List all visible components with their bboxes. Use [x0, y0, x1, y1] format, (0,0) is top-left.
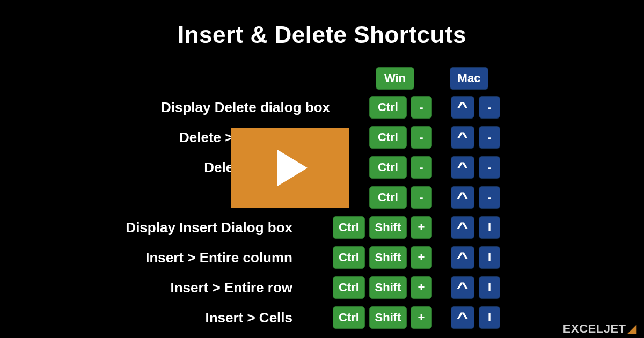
key-mac-control: ^ — [451, 216, 474, 239]
key-mac-control: ^ — [451, 126, 474, 149]
key-mac-control: ^ — [451, 156, 474, 179]
key-mac-control: ^ — [451, 96, 474, 119]
key-ctrl: Ctrl — [369, 186, 407, 209]
key-mac-control: ^ — [451, 186, 474, 209]
key-ctrl: Ctrl — [333, 246, 365, 269]
key-minus: - — [411, 96, 432, 119]
key-i: I — [479, 216, 500, 239]
shortcut-label: Insert > Entire column — [13, 249, 292, 266]
key-i: I — [479, 306, 500, 329]
table-row: Insert > Cells Ctrl Shift + ^ I — [0, 303, 644, 333]
play-icon — [277, 150, 308, 186]
key-minus: - — [411, 126, 432, 149]
table-row: Insert > Entire row Ctrl Shift + ^ I — [0, 273, 644, 303]
platform-header-mac: Mac — [450, 67, 488, 90]
key-i: I — [479, 276, 500, 299]
key-minus: - — [479, 126, 500, 149]
key-ctrl: Ctrl — [333, 216, 365, 239]
key-ctrl: Ctrl — [333, 276, 365, 299]
key-minus: - — [479, 96, 500, 119]
key-shift: Shift — [369, 246, 407, 269]
key-shift: Shift — [369, 276, 407, 299]
key-minus: - — [479, 186, 500, 209]
watermark-text: EXCELJET — [563, 322, 626, 335]
key-mac-control: ^ — [451, 246, 474, 269]
play-button[interactable] — [231, 128, 349, 208]
key-plus: + — [411, 216, 432, 239]
key-ctrl: Ctrl — [369, 156, 407, 179]
table-row: Display Delete dialog box Ctrl - ^ - — [0, 92, 644, 122]
key-minus: - — [411, 156, 432, 179]
slide-stage: Insert & Delete Shortcuts Win Mac Displa… — [0, 0, 644, 338]
watermark-accent-icon: ◢ — [627, 322, 637, 335]
shortcut-label: Display Delete dialog box — [51, 99, 330, 116]
key-ctrl: Ctrl — [333, 306, 365, 329]
table-row: Display Insert Dialog box Ctrl Shift + ^… — [0, 212, 644, 243]
key-shift: Shift — [369, 216, 407, 239]
shortcut-label: Insert > Cells — [13, 310, 292, 326]
table-row: Insert > Entire column Ctrl Shift + ^ I — [0, 243, 644, 273]
key-i: I — [479, 246, 500, 269]
shortcut-label: Display Insert Dialog box — [13, 219, 292, 236]
page-title: Insert & Delete Shortcuts — [0, 21, 644, 48]
key-shift: Shift — [369, 306, 407, 329]
key-minus: - — [479, 156, 500, 179]
key-plus: + — [411, 246, 432, 269]
key-mac-control: ^ — [451, 276, 474, 299]
key-plus: + — [411, 306, 432, 329]
key-plus: + — [411, 276, 432, 299]
key-mac-control: ^ — [451, 306, 474, 329]
key-ctrl: Ctrl — [369, 126, 407, 149]
key-ctrl: Ctrl — [369, 96, 407, 119]
platform-headers: Win Mac — [0, 64, 644, 92]
key-minus: - — [411, 186, 432, 209]
platform-header-win: Win — [376, 67, 414, 90]
shortcut-label: Insert > Entire row — [13, 280, 292, 296]
watermark-logo: EXCELJET◢ — [563, 322, 636, 336]
